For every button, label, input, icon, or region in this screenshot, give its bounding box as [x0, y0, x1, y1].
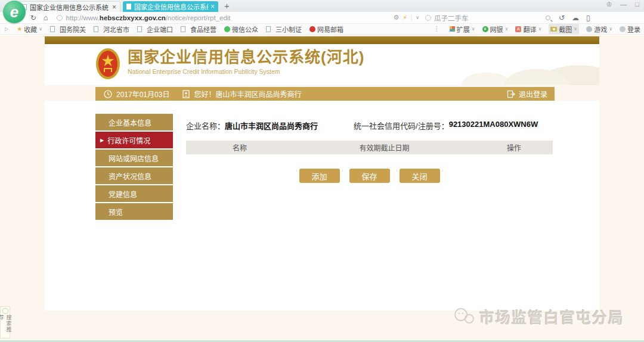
chevron-down-icon: ∨ [538, 26, 541, 32]
search-engine-icon [425, 15, 431, 21]
sidebar-item-party-info[interactable]: 党建信息 [95, 185, 173, 202]
browser-tab-bar: e 国家企业信用信息公示系统 × 国家企业信用信息公示系统 × + ♔ — □ [0, 0, 644, 12]
close-icon[interactable]: × [210, 2, 215, 11]
feedback-icon[interactable]: ♔ [606, 1, 612, 8]
sidebar-item-asset-info[interactable]: 资产状况信息 [95, 167, 173, 184]
bookmark-item[interactable]: 食品经营 [181, 24, 216, 34]
netease-mail-icon [309, 26, 315, 32]
gear-icon[interactable]: ⚙ [394, 14, 400, 21]
url-path: /notice/report/rpt_edit [166, 14, 231, 21]
chevron-down-icon: ∨ [505, 26, 509, 32]
extensions-grid-icon [450, 26, 455, 32]
tool-label: 截图 [559, 24, 572, 34]
sidebar-item-basic-info[interactable]: 企业基本信息 [95, 114, 173, 130]
new-tab-button[interactable]: + [224, 1, 230, 11]
bookmark-item[interactable]: 三小制证 [266, 24, 302, 34]
extensions-button[interactable]: 扩展 ∨ [450, 24, 475, 34]
clock-icon [104, 90, 112, 98]
search-icon[interactable] [546, 15, 550, 20]
mobile-icon[interactable]: ▯ [586, 14, 590, 22]
address-bar-tools: ⚙ ⚡ | ∨ [394, 14, 419, 21]
tool-label: 翻译 [523, 24, 536, 34]
save-button[interactable]: 保存 [349, 169, 390, 183]
main-panel: 企业名称： 唐山市丰润区尚品尚秀商行 统一社会信用代码/注册号： 9213022… [173, 101, 599, 310]
speed-mode-icon[interactable]: ⚡ [402, 14, 407, 21]
search-box[interactable]: 瓜子二手车 [425, 13, 550, 23]
browser-nav-bar: ‹ › ↻ ⌂ http://www. hebsczbxyxx.gov.cn /… [0, 12, 644, 24]
user-badge-icon [182, 90, 190, 98]
home-button[interactable]: ⌂ [44, 14, 48, 21]
browser-tab-inactive[interactable]: 国家企业信用信息公示系统 × [18, 1, 120, 12]
mountain-art [349, 44, 599, 85]
page-icon [50, 26, 55, 32]
bookmark-item[interactable]: 企业端口 [137, 24, 173, 34]
bookmark-item[interactable]: 国务院关 [50, 24, 86, 34]
status-bar: 2017年01月03日 您好！唐山市丰润区尚品尚秀商行 退出登录 [95, 87, 555, 101]
widget-label: 搜索推荐 [0, 315, 13, 338]
divider: | [411, 14, 413, 21]
column-header-name: 名称 [186, 142, 293, 153]
bookmark-item-mail[interactable]: 网易邮箱 [309, 24, 343, 34]
window-controls: ♔ — □ [606, 1, 639, 8]
refresh-button[interactable]: ↻ [30, 14, 36, 21]
maximize-button[interactable]: □ [635, 1, 639, 8]
url-domain: hebsczbxyxx.gov.cn [100, 14, 166, 21]
logout-button[interactable]: 退出登录 [507, 89, 547, 99]
more-dots-icon[interactable]: ⋮ [434, 25, 440, 33]
favorites-button[interactable]: ★ 收藏 ∨ [17, 24, 42, 34]
bookmark-item[interactable]: 河北省市 [94, 24, 129, 34]
sidebar-item-admin-license[interactable]: ▶ 行政许可情况 [95, 132, 173, 148]
column-header-operation: 操作 [475, 142, 553, 153]
undo-close-icon[interactable]: ↺ [559, 14, 565, 22]
sidebar-item-label: 网站或网店信息 [109, 153, 159, 163]
close-button[interactable]: 关闭 [400, 169, 440, 183]
chevron-down-icon: ∨ [574, 26, 577, 32]
tool-label: 扩展 [457, 24, 470, 34]
tab-title: 国家企业信用信息公示系统 [134, 2, 208, 11]
credit-code-label: 统一社会信用代码/注册号： [354, 120, 449, 131]
bank-button[interactable]: ¥ 网银 ∨ [482, 24, 509, 34]
bookmark-label: 河北省市 [103, 24, 129, 34]
bookmark-item-wechat[interactable]: 微信公众 [224, 24, 258, 34]
add-button[interactable]: 添加 [299, 169, 340, 183]
sidebar-item-preview[interactable]: 预览 [95, 203, 173, 220]
sidebar-item-label: 企业基本信息 [109, 117, 151, 128]
login-button[interactable]: 登录 [620, 24, 640, 34]
minimize-button[interactable]: — [620, 1, 627, 8]
search-suggest-widget[interactable]: 搜索推荐 [0, 306, 10, 338]
cloud-sync-icon[interactable]: ☁ [572, 14, 579, 22]
tool-label: 登录 [627, 24, 640, 34]
address-bar[interactable]: http://www. hebsczbxyxx.gov.cn /notice/r… [57, 14, 352, 21]
favorites-label: 收藏 [24, 24, 37, 34]
widget-icon [2, 308, 8, 314]
bookmark-label: 国务院关 [60, 24, 86, 34]
sidebar-item-label: 资产状况信息 [109, 171, 151, 181]
chevron-down-icon[interactable]: ∨ [416, 15, 419, 20]
star-icon: ★ [17, 26, 22, 32]
url-protocol: http://www. [66, 14, 100, 21]
expand-icon[interactable]: ▷ [5, 26, 8, 32]
games-button[interactable]: 游戏 ∨ [586, 24, 612, 34]
screenshot-button[interactable]: 截图 ∨ [549, 24, 579, 35]
page-top-bar [45, 36, 599, 44]
page-icon [94, 26, 98, 32]
wechat-watermark-icon [453, 307, 476, 325]
bookmark-label: 企业端口 [147, 24, 173, 34]
tool-label: 网银 [490, 24, 503, 34]
watermark: 市场监管白官屯分局 [453, 306, 624, 327]
bookmark-label: 网易邮箱 [317, 24, 343, 34]
current-date: 2017年01月03日 [116, 89, 169, 99]
logout-label: 退出登录 [519, 89, 547, 99]
translate-button[interactable]: A 翻译 ∨ [515, 24, 541, 34]
search-input[interactable]: 瓜子二手车 [434, 13, 469, 23]
sidebar-item-label: 行政许可情况 [107, 135, 150, 145]
credit-code-value: 92130221MA080XWN6W [449, 120, 538, 131]
gsxt-page: 国家企业信用信息公示系统(河北) National Enterprise Cre… [45, 36, 599, 310]
browser-logo-icon[interactable]: e [3, 1, 26, 23]
sidebar-item-website-info[interactable]: 网站或网店信息 [95, 150, 173, 166]
active-arrow-icon: ▶ [100, 138, 104, 143]
chevron-down-icon: ∨ [39, 26, 42, 32]
browser-tab-active[interactable]: 国家企业信用信息公示系统 × [123, 1, 218, 12]
user-icon [620, 26, 626, 32]
close-icon[interactable]: × [112, 3, 116, 11]
